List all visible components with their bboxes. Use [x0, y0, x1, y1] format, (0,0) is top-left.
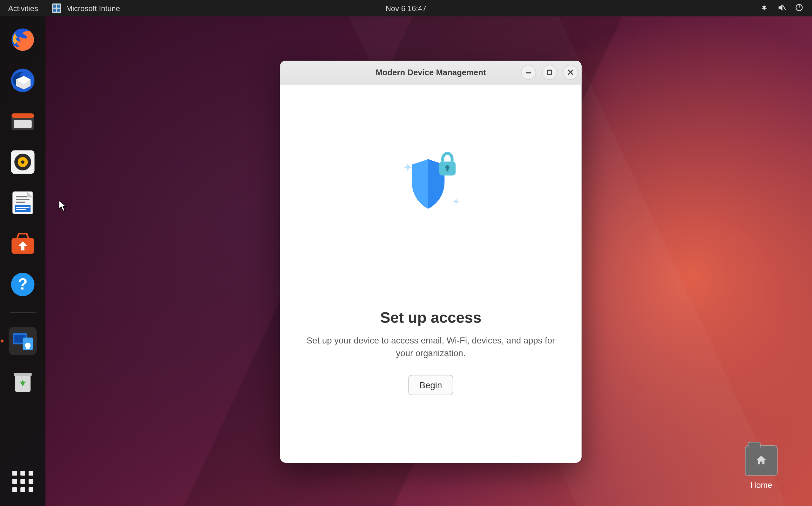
svg-rect-17: [15, 205, 30, 212]
svg-rect-11: [14, 120, 31, 128]
window-close-button[interactable]: [563, 65, 578, 80]
shield-lock-icon: [396, 149, 466, 219]
dock-item-libreoffice-writer[interactable]: [9, 189, 37, 217]
svg-line-4: [783, 5, 786, 10]
svg-rect-30: [26, 344, 29, 349]
system-tray[interactable]: [751, 3, 812, 14]
dock-separator: [10, 312, 35, 313]
svg-point-15: [21, 160, 24, 164]
svg-rect-18: [16, 207, 29, 208]
network-icon[interactable]: [759, 3, 769, 14]
begin-button[interactable]: Begin: [409, 374, 453, 395]
desktop-home-label: Home: [735, 480, 788, 490]
svg-rect-22: [16, 201, 25, 203]
dock-item-firefox[interactable]: [9, 26, 37, 54]
dock-item-trash[interactable]: [9, 368, 37, 396]
app-menu[interactable]: Microsoft Intune: [47, 3, 126, 13]
svg-rect-2: [53, 9, 56, 12]
trash-icon: [9, 368, 36, 395]
top-panel: Activities Microsoft Intune Nov 6 16:47: [0, 0, 812, 16]
setup-heading: Set up access: [380, 309, 481, 327]
libreoffice-writer-icon: [9, 189, 36, 216]
modern-device-management-window: Modern Device Management: [280, 61, 581, 463]
window-titlebar[interactable]: Modern Device Management: [280, 61, 581, 84]
svg-rect-34: [547, 70, 551, 74]
power-icon[interactable]: [795, 3, 804, 14]
files-icon: [9, 108, 36, 135]
activities-button[interactable]: Activities: [0, 4, 47, 13]
dock-item-microsoft-intune[interactable]: [9, 327, 37, 355]
svg-rect-39: [446, 168, 448, 171]
maximize-icon: [547, 70, 552, 75]
svg-rect-0: [53, 5, 56, 8]
volume-icon[interactable]: [777, 3, 786, 14]
dock-item-thunderbird[interactable]: [9, 66, 37, 94]
minimize-icon: [525, 70, 531, 75]
help-icon: ?: [9, 271, 36, 298]
firefox-icon: [9, 26, 36, 53]
window-maximize-button[interactable]: [542, 65, 557, 80]
ubuntu-software-icon: [9, 230, 36, 257]
desktop-home-folder[interactable]: Home: [735, 445, 788, 490]
window-minimize-button[interactable]: [521, 65, 536, 80]
svg-rect-19: [16, 209, 26, 210]
dock-item-files[interactable]: [9, 107, 37, 135]
svg-rect-10: [11, 113, 34, 118]
setup-subtext: Set up your device to access email, Wi-F…: [300, 334, 562, 359]
svg-rect-1: [57, 5, 60, 8]
app-menu-label: Microsoft Intune: [66, 4, 120, 13]
dock-item-rhythmbox[interactable]: [9, 148, 37, 176]
svg-rect-32: [14, 373, 31, 376]
rhythmbox-icon: [9, 149, 36, 175]
dock: ?: [0, 16, 46, 506]
app-menu-icon: [52, 3, 61, 13]
clock[interactable]: Nov 6 16:47: [386, 4, 427, 13]
dock-item-ubuntu-software[interactable]: [9, 230, 37, 257]
dock-item-help[interactable]: ?: [9, 270, 37, 299]
home-folder-icon: [745, 445, 778, 476]
microsoft-intune-icon: [9, 328, 36, 354]
svg-rect-3: [57, 9, 60, 12]
svg-text:?: ?: [18, 275, 28, 293]
svg-rect-20: [16, 196, 27, 197]
show-applications-button[interactable]: [9, 468, 37, 496]
close-icon: [568, 70, 573, 75]
svg-rect-21: [16, 199, 29, 200]
window-title: Modern Device Management: [375, 68, 486, 77]
thunderbird-icon: [9, 67, 36, 94]
